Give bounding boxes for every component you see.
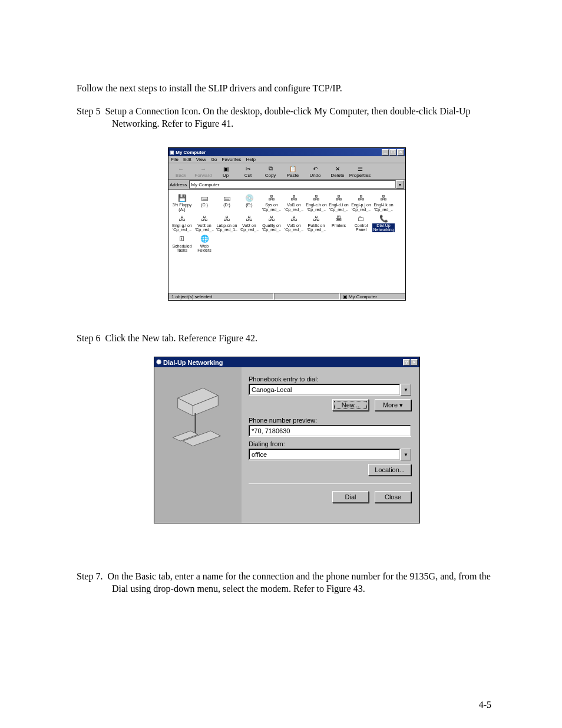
drive-icon[interactable]: 🖧Public on 'Cp_red_.. <box>305 214 328 232</box>
drive-label: Printers <box>328 223 350 228</box>
drive-icon[interactable]: 🖶Printers <box>328 214 350 232</box>
drive-label: Engl-p.j on 'Cp_red_.. <box>350 203 372 212</box>
from-combo[interactable]: office ▼ <box>249 449 411 460</box>
preview-label: Phone number preview: <box>249 417 411 424</box>
dial-button[interactable]: Dial <box>332 491 369 503</box>
drive-glyph-icon: 📞 <box>372 214 395 223</box>
titlebar: ▣ My Computer _ □ × <box>168 148 405 156</box>
entry-value: Canoga-Local <box>252 386 292 393</box>
toolbar-label: Properties <box>349 173 371 178</box>
drive-icon[interactable]: 💾3½ Floppy (A:) <box>171 193 193 212</box>
drive-icon[interactable]: 🗀Control Panel <box>350 214 372 232</box>
step6: Step 6 Click the New tab. Reference Figu… <box>77 332 497 345</box>
menu-help[interactable]: Help <box>246 157 255 162</box>
address-dropdown[interactable]: ▼ <box>396 180 404 189</box>
drive-icon[interactable]: 🖧Engl-l.k on 'Cp_red_.. <box>372 193 395 212</box>
drive-label: Quality on 'Cp_red_.. <box>260 223 283 232</box>
toolbar-label: Back <box>170 173 192 178</box>
dun-close-button[interactable]: × <box>411 359 418 365</box>
drive-icon[interactable]: 🖧Vol1 on 'Cp_red_.. <box>283 193 305 212</box>
menu-go[interactable]: Go <box>211 157 217 162</box>
drive-glyph-icon: 🖶 <box>328 214 350 223</box>
drive-label: Vol2 on 'Cp_red_.. <box>238 223 260 232</box>
toolbar-delete-button[interactable]: ✕Delete <box>326 164 349 178</box>
toolbar-paste-button[interactable]: 📋Paste <box>282 164 304 178</box>
drive-icon[interactable]: 🖧Engl-d.i on 'Cp_red_.. <box>328 193 350 212</box>
toolbar-undo-button[interactable]: ↶Undo <box>304 164 326 178</box>
address-field[interactable]: My Computer <box>189 180 396 189</box>
dun-title-text: Dial-Up Networking <box>163 359 223 366</box>
toolbar-cut-button[interactable]: ✂Cut <box>237 164 259 178</box>
help-button[interactable]: ? <box>403 359 410 365</box>
drive-label: Dial-Up Networking <box>372 223 395 232</box>
drive-icon[interactable]: 🖧Engl-c.h on 'Cp_red_.. <box>305 193 328 212</box>
drive-glyph-icon: 💾 <box>171 193 193 203</box>
toolbar-label: Undo <box>304 173 326 178</box>
status-right: ▣ My Computer <box>340 293 405 300</box>
chevron-down-icon[interactable]: ▼ <box>401 384 411 396</box>
drive-glyph-icon: 🖴 <box>193 193 216 203</box>
drive-glyph-icon: 💿 <box>238 193 260 203</box>
address-label: Address <box>170 182 187 187</box>
drive-glyph-icon: 🗓 <box>171 235 193 244</box>
drive-icon[interactable]: 🖧Quality on 'Cp_red_.. <box>260 214 283 232</box>
entry-label: Phonebook entry to dial: <box>249 375 411 383</box>
drive-icon[interactable]: 🖧Vol2 on 'Cp_red_.. <box>238 214 260 232</box>
close-button[interactable]: × <box>397 149 404 156</box>
location-button[interactable]: Location... <box>368 464 411 476</box>
drive-icon[interactable]: 🖧Vol3 on 'Cp_red_.. <box>193 214 216 232</box>
toolbar-label: Up <box>214 173 237 178</box>
drive-label: Control Panel <box>350 223 372 232</box>
toolbar-copy-button[interactable]: ⧉Copy <box>259 164 282 178</box>
entry-combo[interactable]: Canoga-Local ▼ <box>249 384 411 396</box>
drive-icon[interactable]: 🌐Web Folders <box>193 235 216 253</box>
drive-glyph-icon: 🖧 <box>260 214 283 223</box>
menu-edit[interactable]: Edit <box>183 157 191 162</box>
minimize-button[interactable]: _ <box>382 149 389 156</box>
copy-icon: ⧉ <box>259 164 282 173</box>
drive-icon[interactable]: 🖧Labp-cn on 'Cp_red_1.. <box>216 214 238 232</box>
preview-field[interactable]: *70, 7180630 <box>249 425 411 437</box>
menu-view[interactable]: View <box>196 157 206 162</box>
from-label: Dialing from: <box>249 440 411 447</box>
drive-icon[interactable]: 🖧Vol1 on 'Cp_red_.. <box>283 214 305 232</box>
step7-label: Step 7. <box>77 571 103 581</box>
toolbar-properties-button[interactable]: ☰Properties <box>349 164 371 178</box>
drive-glyph-icon: 🖧 <box>193 214 216 223</box>
drive-icon[interactable]: 🗓Scheduled Tasks <box>171 235 193 253</box>
drive-glyph-icon: 🖧 <box>283 193 305 203</box>
toolbar-label: Copy <box>259 173 282 178</box>
properties-icon: ☰ <box>349 164 371 173</box>
drive-icon[interactable]: 📞Dial-Up Networking <box>372 214 395 232</box>
drive-glyph-icon: 🖧 <box>171 214 193 223</box>
close-button[interactable]: Close <box>375 491 411 503</box>
toolbar-forward-button: →Forward <box>192 164 214 178</box>
more-button[interactable]: More ▾ <box>375 399 411 411</box>
drive-label: Sys on 'Cp_red_.. <box>260 203 283 212</box>
step6-text: Click the New tab. Reference Figure 42. <box>105 333 257 343</box>
drive-label: Vol3 on 'Cp_red_.. <box>193 223 216 232</box>
drive-glyph-icon: 🌐 <box>193 235 216 244</box>
toolbar-up-button[interactable]: ▣Up <box>214 164 237 178</box>
chevron-down-icon[interactable]: ▼ <box>401 449 411 460</box>
drive-icon[interactable]: 🖴(C:) <box>193 193 216 212</box>
drive-icon[interactable]: 🖧Engl-p.j on 'Cp_red_.. <box>350 193 372 212</box>
back-icon: ← <box>170 164 192 173</box>
drive-icon[interactable]: 🖧Sys on 'Cp_red_.. <box>260 193 283 212</box>
maximize-button[interactable]: □ <box>389 149 396 156</box>
drive-glyph-icon: 🖧 <box>328 193 350 203</box>
window-icon: ▣ <box>170 150 176 155</box>
status-right-text: My Computer <box>349 294 377 299</box>
drive-label: (C:) <box>193 203 216 207</box>
toolbar-label: Forward <box>192 173 214 178</box>
new-button[interactable]: New... <box>332 399 369 411</box>
menu-file[interactable]: File <box>171 157 178 162</box>
menu-favorites[interactable]: Favorites <box>222 157 242 162</box>
drive-icon[interactable]: 💿(E:) <box>238 193 260 212</box>
drive-icon[interactable]: 🖴(D:) <box>216 193 238 212</box>
drive-glyph-icon: 🖧 <box>350 193 372 203</box>
step5-text: Setup a Connection Icon. On the desktop,… <box>105 106 470 129</box>
drive-label: Web Folders <box>193 244 216 253</box>
drive-icon[interactable]: 🖧Engl-g.l on 'Cp_red_.. <box>171 214 193 232</box>
status-left: 1 object(s) selected <box>168 293 274 300</box>
